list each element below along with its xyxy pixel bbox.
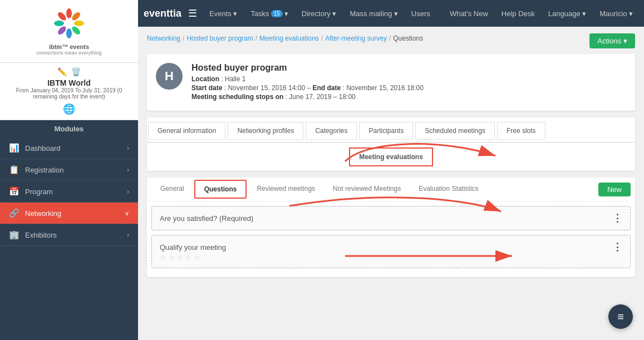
networking-icon: 🔗: [9, 208, 19, 218]
exhibitors-icon: 🏢: [9, 230, 19, 240]
delete-icon[interactable]: 🗑️: [71, 67, 81, 76]
subtabs-row: General Questions Reviewed meetings Not …: [147, 178, 635, 201]
svg-point-8: [56, 11, 67, 22]
program-card: H Hosted buyer program Location : Halle …: [147, 54, 635, 111]
content-area: Networking / Hosted buyer program / Meet…: [138, 27, 644, 340]
tab-scheduled-meetings[interactable]: Scheduled meetings: [415, 122, 495, 140]
sidebar-item-dashboard[interactable]: 📊 Dashboard ›: [0, 137, 138, 159]
subtabs-section: General Questions Reviewed meetings Not …: [147, 178, 635, 277]
question-item: Are you satisfied? (Required) ⋮: [151, 206, 631, 230]
program-dates: Start date : November 15, 2016 14:00 – E…: [191, 84, 424, 92]
question-item: Qualify your meeting ⋮ ☆☆☆☆☆: [151, 235, 631, 268]
nav-user-menu[interactable]: Mauricio ▾: [594, 6, 638, 21]
actions-button[interactable]: Actions ▾: [589, 33, 635, 48]
question-text-2: Qualify your meeting: [160, 243, 226, 252]
sidebar: ibtm™ events connections mean everything…: [0, 0, 138, 340]
brand-logo-text: eventtia: [144, 8, 181, 19]
tab-categories[interactable]: Categories: [306, 122, 357, 140]
breadcrumb-meeting-evaluations[interactable]: Meeting evaluations: [259, 35, 319, 42]
chevron-icon: ›: [127, 166, 129, 173]
dashboard-icon: 📊: [9, 143, 19, 153]
edit-icon[interactable]: ✏️: [57, 67, 67, 76]
svg-point-6: [56, 25, 67, 36]
questions-list: Are you satisfied? (Required) ⋮ Qualify …: [147, 201, 635, 277]
svg-point-3: [74, 21, 84, 26]
breadcrumb-networking[interactable]: Networking: [147, 35, 180, 42]
actions-dropdown-icon: ▾: [623, 37, 627, 45]
svg-point-2: [71, 11, 82, 22]
hamburger-icon[interactable]: ☰: [188, 7, 197, 19]
new-button[interactable]: New: [598, 183, 631, 196]
program-scheduling: Meeting scheduling stops on : June 17, 2…: [191, 93, 424, 101]
tabs-row-2: Meeting evaluations: [147, 142, 635, 171]
nav-whats-new[interactable]: What's New: [444, 6, 494, 21]
sidebar-item-label: Exhibitors: [25, 231, 57, 239]
program-avatar: H: [156, 63, 183, 90]
event-title: IBTM World: [6, 78, 132, 87]
nav-help-desk[interactable]: Help Desk: [496, 6, 540, 21]
nav-language[interactable]: Language ▾: [543, 6, 592, 21]
tab-networking-profiles[interactable]: Networking profiles: [228, 122, 303, 140]
sidebar-item-exhibitors[interactable]: 🏢 Exhibitors ›: [0, 224, 138, 246]
subtab-general[interactable]: General: [151, 179, 193, 199]
program-title: Hosted buyer program: [191, 63, 424, 73]
chevron-icon: ›: [127, 188, 129, 195]
sidebar-item-label: Registration: [25, 166, 63, 174]
svg-point-9: [65, 19, 73, 28]
svg-point-1: [66, 8, 72, 18]
subtab-questions[interactable]: Questions: [194, 180, 247, 199]
sidebar-item-label: Program: [25, 188, 53, 196]
tab-general-information[interactable]: General information: [148, 122, 225, 140]
sidebar-item-program[interactable]: 📅 Program ›: [0, 181, 138, 203]
nav-mass-mailing[interactable]: Mass mailing ▾: [344, 6, 403, 21]
nav-tasks[interactable]: Tasks 15 ▾: [245, 6, 293, 21]
logo-icon: [52, 7, 86, 40]
brand-name: ibtm™ events: [7, 43, 131, 50]
tabs-container: General information Networking profiles …: [147, 117, 635, 171]
chevron-icon: ›: [127, 231, 129, 238]
svg-point-5: [66, 28, 72, 38]
event-info: ✏️ 🗑️ IBTM World From January 04, 2019 T…: [0, 63, 138, 120]
breadcrumb-after-meeting[interactable]: After-meeting survey: [325, 35, 387, 42]
svg-point-7: [54, 21, 64, 26]
breadcrumb: Networking / Hosted buyer program / Meet…: [147, 35, 423, 42]
question-menu-1[interactable]: ⋮: [612, 212, 622, 224]
brand-tagline: connections mean everything: [7, 50, 131, 56]
sidebar-item-label: Dashboard: [25, 144, 61, 152]
svg-point-4: [71, 25, 82, 36]
subtab-not-reviewed[interactable]: Not reviewed Meetings: [324, 179, 410, 199]
program-info: Hosted buyer program Location : Halle 1 …: [191, 63, 424, 102]
sidebar-item-label: Networking: [25, 209, 61, 218]
globe-icon[interactable]: 🌐: [6, 103, 132, 115]
chevron-icon: ›: [127, 145, 129, 151]
program-location: Location : Halle 1: [191, 75, 424, 83]
tab-participants[interactable]: Participants: [359, 122, 413, 140]
main-area: eventtia ☰ Events ▾ Tasks 15 ▾ Directory…: [138, 0, 644, 340]
modules-title: Modules: [0, 120, 138, 137]
question-text-1: Are you satisfied? (Required): [160, 214, 253, 223]
tabs-row-1: General information Networking profiles …: [147, 120, 635, 142]
nav-events[interactable]: Events ▾: [204, 6, 243, 21]
question-stars: ☆☆☆☆☆: [160, 253, 201, 262]
breadcrumb-hosted-buyer[interactable]: Hosted buyer program: [186, 35, 253, 42]
sidebar-item-registration[interactable]: 📋 Registration ›: [0, 159, 138, 181]
actions-label: Actions: [597, 37, 621, 45]
chevron-down-icon: ∨: [125, 210, 129, 217]
tab-free-slots[interactable]: Free slots: [497, 122, 545, 140]
event-dates: From January 04, 2019 To July 31, 2019 (…: [6, 87, 132, 100]
program-icon: 📅: [9, 186, 19, 196]
help-button[interactable]: ≡: [608, 304, 633, 329]
question-menu-2[interactable]: ⋮: [612, 241, 622, 253]
tasks-badge: 15: [271, 10, 283, 17]
sidebar-logo: ibtm™ events connections mean everything: [0, 0, 138, 63]
tab-meeting-evaluations[interactable]: Meeting evaluations: [349, 147, 433, 166]
topnav: eventtia ☰ Events ▾ Tasks 15 ▾ Directory…: [138, 0, 644, 27]
breadcrumb-current: Questions: [393, 35, 423, 42]
nav-directory[interactable]: Directory ▾: [296, 6, 342, 21]
subtab-evaluation-statistics[interactable]: Evaluation Statistics: [410, 179, 487, 199]
subtab-reviewed-meetings[interactable]: Reviewed meetings: [248, 179, 324, 199]
registration-icon: 📋: [9, 165, 19, 175]
nav-users[interactable]: Users: [406, 6, 436, 21]
sidebar-item-networking[interactable]: 🔗 Networking ∨: [0, 203, 138, 224]
